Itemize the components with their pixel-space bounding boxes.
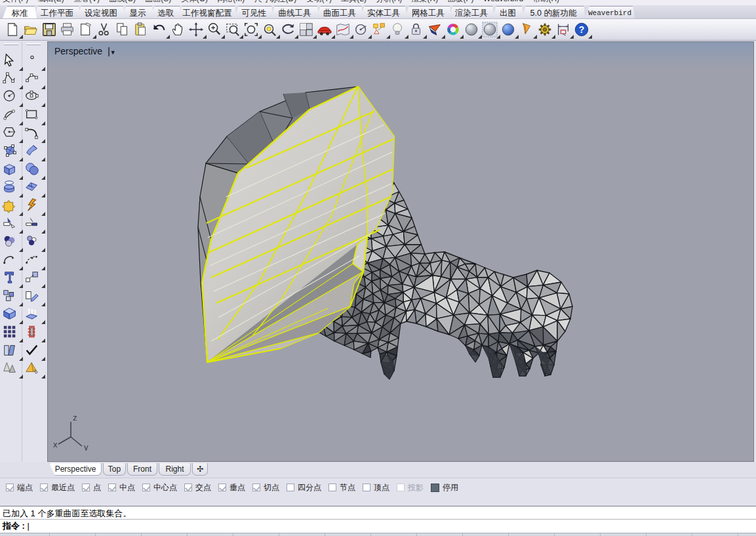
svg-text:y: y bbox=[84, 442, 89, 451]
svg-text:x: x bbox=[53, 440, 58, 449]
svg-text:z: z bbox=[73, 413, 77, 423]
svg-text:?: ? bbox=[579, 24, 584, 35]
